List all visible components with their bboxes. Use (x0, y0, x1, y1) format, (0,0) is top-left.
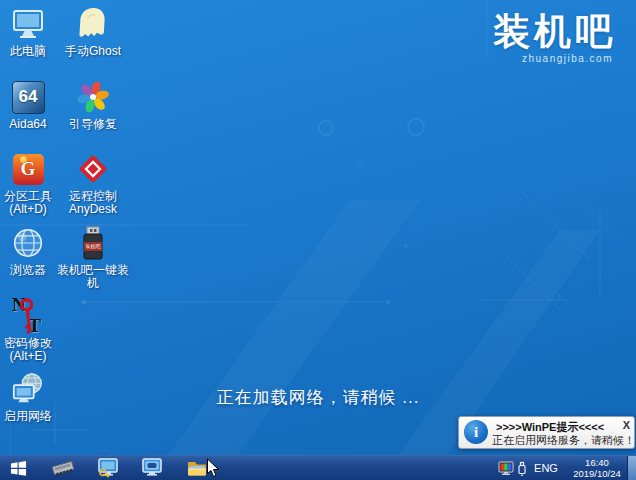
diskgenius-icon: G (9, 150, 47, 188)
icon-label: 此电脑 (10, 45, 46, 58)
desktop-icon-password-edit[interactable]: N T 密码修改 (Alt+E) (0, 297, 66, 363)
computer-icon (9, 5, 47, 43)
pinwheel-flower-icon (74, 78, 112, 116)
info-glyph: i (474, 425, 478, 440)
taskbar-file-explorer-button[interactable] (182, 456, 212, 480)
loading-status-text: 正在加载网络，请稍候 ... (0, 386, 636, 409)
monitor-key-icon (97, 458, 119, 478)
anydesk-diamond-icon (74, 150, 112, 188)
language-code: ENG (534, 462, 558, 474)
winpe-notification: i >>>>WinPE提示<<<< X 正在启用网络服务，请稍候！ (458, 416, 635, 449)
show-desktop-button[interactable] (627, 456, 636, 480)
notification-message: 正在启用网络服务，请稍候！ (492, 433, 635, 448)
clock-time: 16:40 (568, 457, 626, 468)
globe-icon (9, 224, 47, 262)
ntpwedit-key-icon: N T (9, 297, 47, 335)
icon-label: 分区工具 (Alt+D) (4, 190, 52, 216)
desktop-icon-boot-repair[interactable]: 引导修复 (55, 78, 131, 131)
ghost-icon (74, 5, 112, 43)
winpe-desktop: 装机吧 zhuangjiba.com 此电脑 手动Ghost 64 Aida64 (0, 0, 636, 480)
tray-clock[interactable]: 16:40 2019/10/24 (568, 457, 626, 480)
brand-logo: 装机吧 zhuangjiba.com (493, 12, 616, 64)
icon-label: 手动Ghost (65, 45, 121, 58)
brand-url: zhuangjiba.com (493, 53, 613, 64)
taskbar: ENG 16:40 2019/10/24 (0, 455, 636, 480)
windows-logo-icon (10, 460, 27, 477)
ram-chip-icon (50, 459, 76, 477)
icon-label: 引导修复 (69, 118, 117, 131)
brand-title: 装机吧 (493, 12, 616, 52)
tray-display-settings-button[interactable] (496, 456, 516, 480)
icon-label: 装机吧一键装 机 (57, 264, 129, 290)
start-button[interactable] (6, 456, 30, 480)
notification-close-button[interactable]: X (623, 419, 630, 431)
usb-device-icon (516, 461, 528, 476)
taskbar-network-setup-button[interactable] (93, 456, 123, 480)
usb-label-text: 装机吧 (86, 243, 101, 249)
icon-label: 启用网络 (4, 410, 52, 423)
tray-usb-eject-button[interactable] (514, 456, 530, 480)
icon-label: 远程控制 AnyDesk (69, 190, 117, 216)
icon-label: 浏览器 (10, 264, 46, 277)
aida64-text: 64 (19, 87, 38, 107)
taskbar-ram-tool-button[interactable] (48, 456, 78, 480)
folder-icon (186, 459, 208, 478)
desktop-icon-anydesk[interactable]: 远程控制 AnyDesk (55, 150, 131, 216)
aida64-icon: 64 (9, 78, 47, 116)
monitor-window-icon (141, 458, 163, 478)
icon-label: Aida64 (9, 118, 46, 131)
color-display-icon (498, 461, 514, 476)
desktop-icon-manual-ghost[interactable]: 手动Ghost (55, 5, 131, 58)
tray-language-indicator[interactable]: ENG (532, 456, 560, 480)
usb-drive-icon: 装机吧 (74, 224, 112, 262)
icon-label: 密码修改 (Alt+E) (4, 337, 52, 363)
taskbar-display-tool-button[interactable] (137, 456, 167, 480)
clock-date: 2019/10/24 (568, 468, 626, 479)
desktop-icon-one-key-install[interactable]: 装机吧 装机吧一键装 机 (55, 224, 131, 290)
info-icon: i (464, 420, 488, 444)
